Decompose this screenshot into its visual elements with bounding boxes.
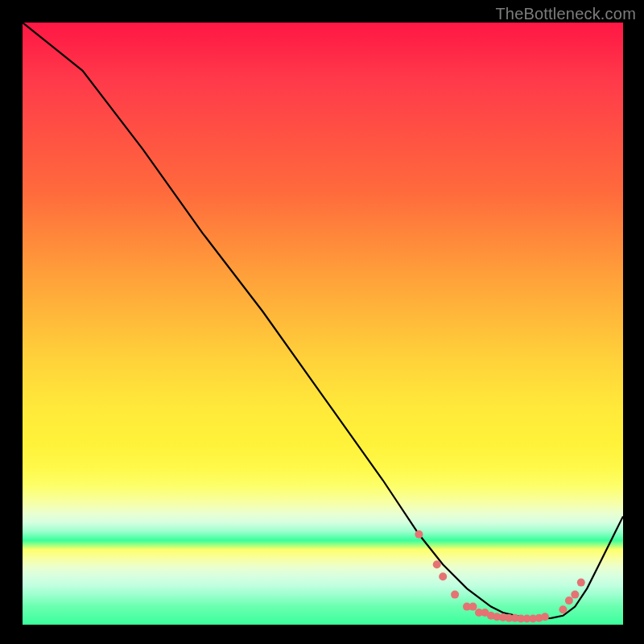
highlight-point xyxy=(481,609,489,617)
highlight-point xyxy=(451,591,459,599)
chart-plot-area xyxy=(23,23,623,625)
highlight-point xyxy=(577,579,585,587)
highlight-point xyxy=(565,597,573,605)
highlight-point xyxy=(571,591,579,599)
highlight-point xyxy=(439,572,447,580)
highlight-point xyxy=(517,615,525,623)
chart-svg xyxy=(23,23,623,625)
highlight-point xyxy=(511,614,519,622)
highlight-point xyxy=(433,560,441,568)
highlight-point xyxy=(487,612,495,620)
highlight-point xyxy=(469,603,477,611)
highlight-point xyxy=(505,614,513,622)
chart-stage: TheBottleneck.com xyxy=(0,0,644,644)
highlight-point xyxy=(529,615,537,623)
highlight-markers xyxy=(415,530,584,623)
highlight-point xyxy=(499,613,507,621)
highlight-point xyxy=(475,609,483,617)
highlight-point xyxy=(559,605,567,613)
highlight-point xyxy=(541,613,549,621)
highlight-point xyxy=(463,603,471,611)
highlight-point xyxy=(535,614,543,622)
highlight-point xyxy=(523,615,531,623)
highlight-point xyxy=(493,613,501,621)
bottleneck-curve-line xyxy=(23,23,623,619)
attribution-label: TheBottleneck.com xyxy=(495,5,636,23)
highlight-point xyxy=(415,530,423,539)
